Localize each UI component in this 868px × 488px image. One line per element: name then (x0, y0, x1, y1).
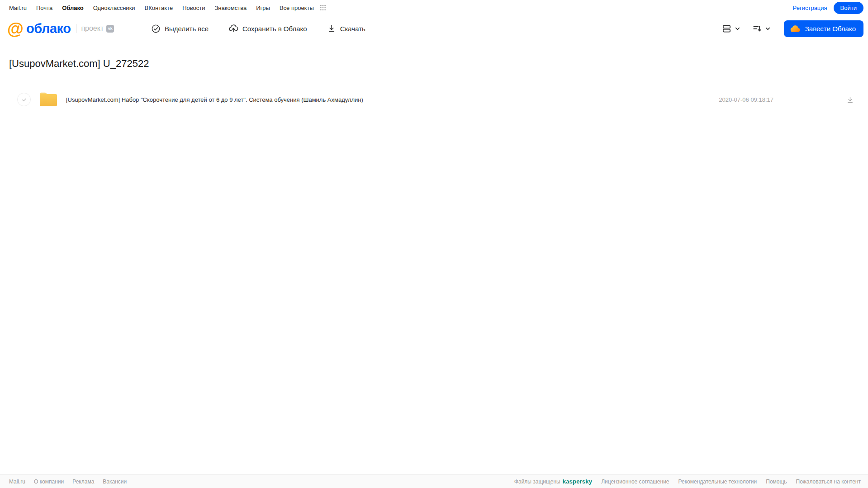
portal-links: Mail.ru Почта Облако Одноклассники ВКонт… (9, 5, 326, 11)
cloud-header: @ облако проект vk Выделить все (0, 15, 868, 42)
file-toolbar: Выделить все Сохранить в Облако Скача (151, 24, 365, 33)
page-title: [UsupovMarket.com] U_272522 (9, 58, 868, 70)
top-portal-nav: Mail.ru Почта Облако Одноклассники ВКонт… (0, 0, 868, 15)
footer-link-report-content[interactable]: Пожаловаться на контент (796, 479, 861, 485)
download-label: Скачать (340, 25, 365, 33)
mailru-at-icon: @ (7, 20, 24, 37)
footer-right-links: Файлы защищены kaspersky Лицензионное со… (514, 478, 861, 485)
header-actions: Завести Облако (720, 20, 863, 37)
get-cloud-label: Завести Облако (805, 25, 856, 33)
vk-badge-icon: vk (106, 25, 114, 33)
file-name[interactable]: [UsupovMarket.com] Набор "Скорочтение дл… (66, 96, 363, 103)
login-button[interactable]: Войти (834, 2, 863, 14)
footer-link-mailru[interactable]: Mail.ru (9, 479, 25, 485)
topnav-link-cloud[interactable]: Облако (62, 5, 84, 11)
save-to-cloud-button[interactable]: Сохранить в Облако (228, 24, 307, 33)
topnav-link-odnoklassniki[interactable]: Одноклассники (93, 5, 135, 11)
cloud-mail-shared-folder-page: Mail.ru Почта Облако Одноклассники ВКонт… (0, 0, 868, 488)
download-icon (327, 24, 336, 33)
chevron-down-icon (734, 25, 741, 32)
file-list-area: [UsupovMarket.com] U_272522 [UsupovMarke… (0, 58, 868, 111)
kaspersky-logo[interactable]: kaspersky (563, 478, 592, 485)
protected-label: Файлы защищены (514, 479, 560, 485)
sort-icon (752, 24, 762, 34)
page-footer: Mail.ru О компании Реклама Вакансии Файл… (0, 474, 868, 488)
topnav-link-news[interactable]: Новости (182, 5, 205, 11)
sort-button[interactable] (750, 22, 773, 36)
topnav-link-vkontakte[interactable]: ВКонтакте (145, 5, 173, 11)
footer-left-links: Mail.ru О компании Реклама Вакансии (9, 479, 127, 485)
topnav-link-mail[interactable]: Почта (36, 5, 52, 11)
topnav-link-all-projects[interactable]: Все проекты (280, 5, 314, 11)
select-all-button[interactable]: Выделить все (151, 24, 209, 33)
auth-area: Регистрация Войти (793, 2, 863, 14)
registration-link[interactable]: Регистрация (793, 5, 827, 11)
file-row[interactable]: [UsupovMarket.com] Набор "Скорочтение дл… (0, 88, 868, 111)
footer-link-ads[interactable]: Реклама (72, 479, 94, 485)
row-select-checkbox[interactable] (17, 93, 31, 106)
view-list-icon (721, 24, 732, 34)
select-all-label: Выделить все (165, 25, 209, 33)
cloud-logo[interactable]: @ облако проект vk (7, 20, 130, 37)
footer-link-license[interactable]: Лицензионное соглашение (601, 479, 669, 485)
logo-divider (76, 24, 76, 33)
download-button[interactable]: Скачать (327, 24, 365, 33)
cloud-upload-icon (228, 24, 238, 33)
footer-link-jobs[interactable]: Вакансии (103, 479, 127, 485)
footer-link-about[interactable]: О компании (34, 479, 64, 485)
footer-link-help[interactable]: Помощь (766, 479, 787, 485)
cloud-logo-text: облако (26, 21, 71, 36)
footer-link-recommendation-tech[interactable]: Рекомендательные технологии (678, 479, 757, 485)
topnav-link-games[interactable]: Игры (256, 5, 270, 11)
save-to-cloud-label: Сохранить в Облако (242, 25, 307, 33)
view-mode-button[interactable] (720, 22, 743, 36)
apps-grid-icon[interactable] (320, 5, 326, 11)
folder-icon (38, 91, 59, 108)
kaspersky-protection: Файлы защищены kaspersky (514, 478, 592, 485)
logo-project-label: проект (81, 24, 104, 33)
get-cloud-button[interactable]: Завести Облако (784, 20, 863, 37)
file-date: 2020-07-06 09:18:17 (719, 96, 773, 103)
check-circle-icon (151, 24, 161, 33)
row-download-icon[interactable] (846, 95, 854, 104)
chevron-down-icon (764, 25, 771, 32)
topnav-link-dating[interactable]: Знакомства (214, 5, 247, 11)
cloud-icon (790, 25, 801, 33)
topnav-link-mailru[interactable]: Mail.ru (9, 5, 27, 11)
